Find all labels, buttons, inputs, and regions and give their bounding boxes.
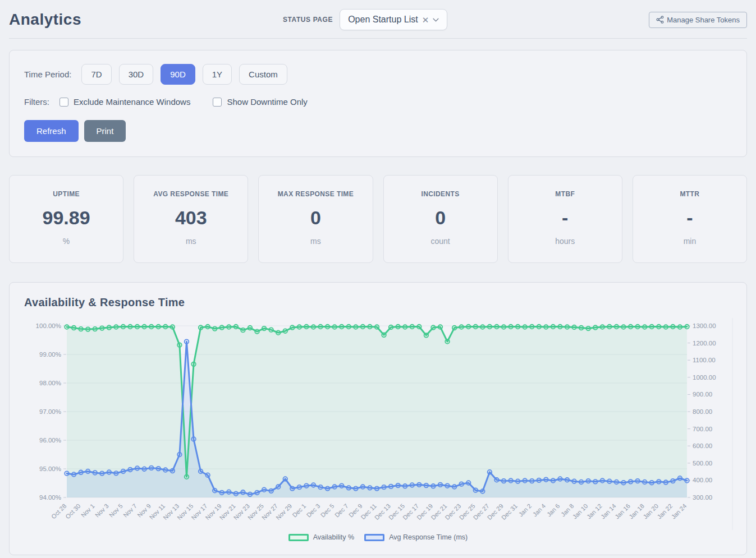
stat-unit: % — [15, 237, 117, 246]
svg-text:Jan 22: Jan 22 — [656, 502, 673, 520]
svg-text:Jan 6: Jan 6 — [546, 502, 561, 518]
time-period-custom-button[interactable]: Custom — [239, 64, 287, 85]
svg-text:Dec 3: Dec 3 — [305, 502, 322, 519]
svg-text:400.00: 400.00 — [693, 477, 712, 483]
svg-text:1000.00: 1000.00 — [693, 374, 716, 381]
svg-text:Jan 2: Jan 2 — [517, 502, 533, 518]
status-page-label: STATUS PAGE — [283, 16, 333, 24]
stat-card-incidents: INCIDENTS 0 count — [383, 175, 498, 263]
svg-text:300.00: 300.00 — [693, 494, 712, 501]
legend-item[interactable]: Availability % — [288, 533, 354, 541]
svg-text:1100.00: 1100.00 — [693, 357, 716, 363]
svg-text:Dec 7: Dec 7 — [333, 502, 350, 519]
svg-text:Jan 12: Jan 12 — [585, 502, 603, 520]
stat-unit: ms — [140, 237, 242, 246]
svg-text:97.00%: 97.00% — [39, 408, 61, 415]
legend-swatch — [364, 534, 384, 541]
svg-text:Jan 10: Jan 10 — [571, 502, 589, 520]
stat-value: 403 — [140, 207, 242, 229]
svg-text:95.00%: 95.00% — [39, 465, 61, 472]
stat-label: MTBF — [514, 190, 616, 198]
stat-value: 0 — [390, 207, 492, 229]
stat-label: UPTIME — [15, 190, 117, 198]
svg-text:900.00: 900.00 — [693, 391, 712, 398]
svg-text:Nov 29: Nov 29 — [274, 502, 293, 521]
svg-text:Jan 24: Jan 24 — [670, 502, 688, 520]
time-period-label: Time Period: — [24, 70, 71, 79]
svg-text:Jan 18: Jan 18 — [627, 502, 645, 520]
svg-text:Jan 16: Jan 16 — [613, 502, 631, 520]
clear-selection-icon[interactable]: ✕ — [422, 16, 429, 24]
svg-text:Dec 31: Dec 31 — [500, 502, 519, 521]
stat-unit: min — [639, 237, 741, 246]
stat-label: MTTR — [639, 190, 741, 198]
svg-text:Nov 7: Nov 7 — [122, 502, 138, 519]
stat-value: 99.89 — [15, 207, 117, 229]
chart-panel: Availability & Response Time 100.00%99.0… — [9, 282, 747, 555]
svg-text:1300.00: 1300.00 — [693, 322, 716, 329]
svg-text:1200.00: 1200.00 — [693, 340, 716, 347]
share-icon — [656, 16, 664, 24]
svg-text:Dec 5: Dec 5 — [319, 502, 336, 519]
stat-card-mtbf: MTBF - hours — [508, 175, 622, 263]
stat-card-uptime: UPTIME 99.89 % — [9, 175, 123, 263]
stat-label: AVG RESPONSE TIME — [140, 190, 242, 198]
svg-text:Jan 14: Jan 14 — [599, 502, 617, 520]
time-period-30d-button[interactable]: 30D — [119, 64, 154, 85]
status-page-selected-value: Open Startup List — [348, 15, 418, 25]
svg-text:100.00%: 100.00% — [36, 322, 61, 329]
svg-text:Nov 1: Nov 1 — [80, 502, 96, 519]
svg-text:Nov 5: Nov 5 — [108, 502, 124, 519]
show-downtime-label: Show Downtime Only — [227, 97, 307, 107]
svg-text:96.00%: 96.00% — [39, 437, 61, 444]
time-period-7d-button[interactable]: 7D — [81, 64, 111, 85]
svg-text:Dec 1: Dec 1 — [291, 502, 308, 519]
stat-label: INCIDENTS — [390, 190, 492, 198]
svg-text:500.00: 500.00 — [693, 460, 712, 467]
svg-text:Oct 30: Oct 30 — [64, 502, 81, 520]
stat-label: MAX RESPONSE TIME — [264, 190, 366, 198]
svg-text:600.00: 600.00 — [693, 442, 712, 449]
manage-share-tokens-button[interactable]: Manage Share Tokens — [649, 12, 747, 28]
stat-value: 0 — [264, 207, 366, 229]
svg-text:99.00%: 99.00% — [39, 351, 61, 358]
svg-text:800.00: 800.00 — [693, 408, 712, 415]
chevron-down-icon — [433, 18, 439, 22]
stat-unit: count — [390, 237, 492, 246]
stat-card-avg-response: AVG RESPONSE TIME 403 ms — [134, 175, 248, 263]
top-header: Analytics STATUS PAGE Open Startup List … — [9, 8, 747, 39]
availability-response-chart: 100.00%99.00%98.00%97.00%96.00%95.00%94.… — [24, 318, 733, 530]
legend-label: Availability % — [313, 533, 354, 541]
stat-unit: hours — [514, 237, 616, 246]
stats-row: UPTIME 99.89 % AVG RESPONSE TIME 403 ms … — [9, 175, 747, 263]
svg-text:Oct 28: Oct 28 — [50, 502, 67, 520]
status-page-select[interactable]: Open Startup List ✕ — [340, 9, 447, 30]
legend-item[interactable]: Avg Response Time (ms) — [364, 533, 468, 541]
stat-unit: ms — [264, 237, 366, 246]
filters-label: Filters: — [24, 97, 49, 107]
exclude-maintenance-label: Exclude Maintenance Windows — [74, 97, 190, 107]
exclude-maintenance-checkbox[interactable] — [59, 98, 68, 107]
print-button[interactable]: Print — [84, 120, 126, 142]
time-period-group: 7D 30D 90D 1Y Custom — [81, 64, 287, 85]
stat-card-mttr: MTTR - min — [633, 175, 747, 263]
time-period-90d-button[interactable]: 90D — [161, 64, 195, 85]
page-title: Analytics — [9, 11, 81, 29]
stat-value: - — [514, 207, 616, 229]
chart-legend: Availability %Avg Response Time (ms) — [24, 533, 732, 541]
svg-text:Jan 20: Jan 20 — [642, 502, 659, 520]
svg-text:700.00: 700.00 — [693, 426, 712, 432]
time-period-1y-button[interactable]: 1Y — [203, 64, 232, 85]
show-downtime-checkbox[interactable] — [213, 98, 222, 107]
refresh-button[interactable]: Refresh — [24, 120, 79, 142]
legend-swatch — [288, 534, 309, 541]
svg-text:Jan 4: Jan 4 — [532, 502, 547, 518]
stat-card-max-response: MAX RESPONSE TIME 0 ms — [258, 175, 373, 263]
manage-share-tokens-label: Manage Share Tokens — [667, 16, 740, 24]
svg-text:Nov 3: Nov 3 — [94, 502, 110, 519]
filter-panel: Time Period: 7D 30D 90D 1Y Custom Filter… — [9, 50, 747, 157]
svg-text:98.00%: 98.00% — [39, 380, 61, 386]
legend-label: Avg Response Time (ms) — [389, 533, 468, 541]
svg-text:94.00%: 94.00% — [39, 494, 61, 501]
stat-value: - — [639, 207, 741, 229]
